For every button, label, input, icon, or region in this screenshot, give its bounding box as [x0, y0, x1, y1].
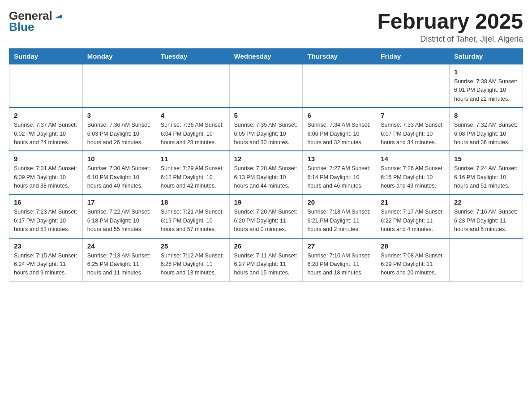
day-number: 11	[161, 155, 225, 163]
page-title: February 2025	[377, 9, 523, 34]
day-number: 5	[234, 111, 298, 119]
day-number: 7	[381, 111, 445, 119]
day-number: 22	[454, 198, 518, 206]
calendar-header-thursday: Thursday	[303, 49, 376, 64]
day-info: Sunrise: 7:36 AM Sunset: 6:04 PM Dayligh…	[161, 121, 225, 147]
logo-blue-text: Blue	[9, 20, 34, 34]
day-number: 8	[454, 111, 518, 119]
calendar-cell: 5Sunrise: 7:35 AM Sunset: 6:05 PM Daylig…	[229, 107, 303, 151]
day-info: Sunrise: 7:30 AM Sunset: 6:10 PM Dayligh…	[87, 164, 151, 190]
calendar-cell: 28Sunrise: 7:08 AM Sunset: 6:29 PM Dayli…	[376, 238, 450, 282]
header: General Blue February 2025 District of T…	[9, 9, 523, 44]
day-info: Sunrise: 7:12 AM Sunset: 6:26 PM Dayligh…	[161, 252, 225, 278]
calendar-cell: 7Sunrise: 7:33 AM Sunset: 6:07 PM Daylig…	[376, 107, 450, 151]
calendar-week-row: 23Sunrise: 7:15 AM Sunset: 6:24 PM Dayli…	[9, 238, 523, 282]
logo-triangle-icon	[53, 10, 63, 20]
day-number: 6	[307, 111, 371, 119]
calendar-header-saturday: Saturday	[450, 49, 523, 64]
calendar-cell: 21Sunrise: 7:17 AM Sunset: 6:22 PM Dayli…	[376, 194, 450, 238]
day-number: 2	[14, 111, 78, 119]
calendar-header-tuesday: Tuesday	[156, 49, 229, 64]
day-info: Sunrise: 7:35 AM Sunset: 6:05 PM Dayligh…	[234, 121, 298, 147]
calendar-cell	[229, 64, 303, 107]
calendar-cell: 6Sunrise: 7:34 AM Sunset: 6:06 PM Daylig…	[303, 107, 376, 151]
day-info: Sunrise: 7:10 AM Sunset: 6:28 PM Dayligh…	[307, 252, 371, 278]
title-area: February 2025 District of Taher, Jijel, …	[377, 9, 523, 44]
calendar-cell: 16Sunrise: 7:23 AM Sunset: 6:17 PM Dayli…	[9, 194, 83, 238]
day-info: Sunrise: 7:28 AM Sunset: 6:13 PM Dayligh…	[234, 164, 298, 190]
day-info: Sunrise: 7:08 AM Sunset: 6:29 PM Dayligh…	[381, 252, 445, 278]
calendar-cell: 13Sunrise: 7:27 AM Sunset: 6:14 PM Dayli…	[303, 151, 376, 194]
day-number: 21	[381, 198, 445, 206]
calendar-cell: 11Sunrise: 7:29 AM Sunset: 6:12 PM Dayli…	[156, 151, 229, 194]
day-info: Sunrise: 7:29 AM Sunset: 6:12 PM Dayligh…	[161, 164, 225, 190]
calendar-cell: 10Sunrise: 7:30 AM Sunset: 6:10 PM Dayli…	[82, 151, 156, 194]
day-number: 4	[161, 111, 225, 119]
day-info: Sunrise: 7:11 AM Sunset: 6:27 PM Dayligh…	[234, 252, 298, 278]
day-info: Sunrise: 7:17 AM Sunset: 6:22 PM Dayligh…	[381, 208, 445, 234]
calendar-cell: 12Sunrise: 7:28 AM Sunset: 6:13 PM Dayli…	[229, 151, 303, 194]
calendar-cell	[156, 64, 229, 107]
calendar-cell: 8Sunrise: 7:32 AM Sunset: 6:08 PM Daylig…	[450, 107, 523, 151]
calendar-table: SundayMondayTuesdayWednesdayThursdayFrid…	[9, 48, 523, 282]
svg-marker-0	[54, 14, 62, 18]
calendar-cell: 20Sunrise: 7:18 AM Sunset: 6:21 PM Dayli…	[303, 194, 376, 238]
logo: General Blue	[9, 9, 63, 34]
calendar-cell: 4Sunrise: 7:36 AM Sunset: 6:04 PM Daylig…	[156, 107, 229, 151]
calendar-week-row: 1Sunrise: 7:38 AM Sunset: 6:01 PM Daylig…	[9, 64, 523, 107]
day-info: Sunrise: 7:16 AM Sunset: 6:23 PM Dayligh…	[454, 208, 518, 234]
day-info: Sunrise: 7:27 AM Sunset: 6:14 PM Dayligh…	[307, 164, 371, 190]
day-info: Sunrise: 7:21 AM Sunset: 6:19 PM Dayligh…	[161, 208, 225, 234]
day-info: Sunrise: 7:37 AM Sunset: 6:02 PM Dayligh…	[14, 121, 78, 147]
calendar-cell: 24Sunrise: 7:13 AM Sunset: 6:25 PM Dayli…	[82, 238, 156, 282]
calendar-week-row: 2Sunrise: 7:37 AM Sunset: 6:02 PM Daylig…	[9, 107, 523, 151]
day-info: Sunrise: 7:36 AM Sunset: 6:03 PM Dayligh…	[87, 121, 151, 147]
day-number: 24	[87, 242, 151, 250]
day-number: 1	[454, 68, 518, 76]
day-info: Sunrise: 7:34 AM Sunset: 6:06 PM Dayligh…	[307, 121, 371, 147]
calendar-cell: 3Sunrise: 7:36 AM Sunset: 6:03 PM Daylig…	[82, 107, 156, 151]
day-info: Sunrise: 7:32 AM Sunset: 6:08 PM Dayligh…	[454, 121, 518, 147]
day-number: 19	[234, 198, 298, 206]
day-info: Sunrise: 7:22 AM Sunset: 6:18 PM Dayligh…	[87, 208, 151, 234]
calendar-cell: 27Sunrise: 7:10 AM Sunset: 6:28 PM Dayli…	[303, 238, 376, 282]
day-info: Sunrise: 7:33 AM Sunset: 6:07 PM Dayligh…	[381, 121, 445, 147]
day-number: 14	[381, 155, 445, 163]
calendar-cell	[303, 64, 376, 107]
calendar-cell: 17Sunrise: 7:22 AM Sunset: 6:18 PM Dayli…	[82, 194, 156, 238]
calendar-header-monday: Monday	[82, 49, 156, 64]
day-number: 27	[307, 242, 371, 250]
day-number: 16	[14, 198, 78, 206]
day-info: Sunrise: 7:31 AM Sunset: 6:09 PM Dayligh…	[14, 164, 78, 190]
day-info: Sunrise: 7:18 AM Sunset: 6:21 PM Dayligh…	[307, 208, 371, 234]
calendar-header-wednesday: Wednesday	[229, 49, 303, 64]
calendar-cell: 22Sunrise: 7:16 AM Sunset: 6:23 PM Dayli…	[450, 194, 523, 238]
day-info: Sunrise: 7:23 AM Sunset: 6:17 PM Dayligh…	[14, 208, 78, 234]
day-number: 28	[381, 242, 445, 250]
day-number: 12	[234, 155, 298, 163]
calendar-header-friday: Friday	[376, 49, 450, 64]
day-info: Sunrise: 7:38 AM Sunset: 6:01 PM Dayligh…	[454, 77, 518, 103]
day-number: 13	[307, 155, 371, 163]
calendar-cell	[376, 64, 450, 107]
calendar-header-sunday: Sunday	[9, 49, 83, 64]
calendar-week-row: 9Sunrise: 7:31 AM Sunset: 6:09 PM Daylig…	[9, 151, 523, 194]
day-number: 18	[161, 198, 225, 206]
calendar-cell: 1Sunrise: 7:38 AM Sunset: 6:01 PM Daylig…	[450, 64, 523, 107]
day-number: 25	[161, 242, 225, 250]
day-info: Sunrise: 7:24 AM Sunset: 6:16 PM Dayligh…	[454, 164, 518, 190]
calendar-cell: 9Sunrise: 7:31 AM Sunset: 6:09 PM Daylig…	[9, 151, 83, 194]
calendar-cell: 18Sunrise: 7:21 AM Sunset: 6:19 PM Dayli…	[156, 194, 229, 238]
day-info: Sunrise: 7:15 AM Sunset: 6:24 PM Dayligh…	[14, 252, 78, 278]
day-number: 23	[14, 242, 78, 250]
day-number: 17	[87, 198, 151, 206]
calendar-cell: 19Sunrise: 7:20 AM Sunset: 6:20 PM Dayli…	[229, 194, 303, 238]
calendar-week-row: 16Sunrise: 7:23 AM Sunset: 6:17 PM Dayli…	[9, 194, 523, 238]
day-number: 15	[454, 155, 518, 163]
calendar-cell: 15Sunrise: 7:24 AM Sunset: 6:16 PM Dayli…	[450, 151, 523, 194]
day-number: 20	[307, 198, 371, 206]
calendar-cell	[82, 64, 156, 107]
calendar-cell	[9, 64, 83, 107]
day-number: 26	[234, 242, 298, 250]
day-number: 3	[87, 111, 151, 119]
